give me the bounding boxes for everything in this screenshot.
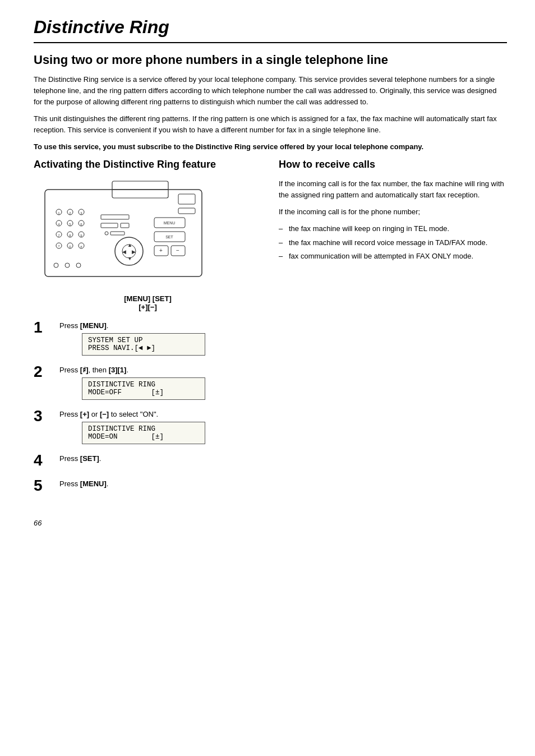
step-4-text: Press [SET].	[59, 454, 262, 463]
right-column: How to receive calls If the incoming cal…	[279, 158, 507, 502]
fax-label-line2: [+][−]	[34, 303, 262, 311]
svg-text:4: 4	[58, 222, 60, 225]
bullet-dash-3: –	[279, 251, 285, 262]
step-2-number: 2	[34, 363, 54, 381]
fax-illustration: 1 2 3 4 5 6 7 8 9 *	[39, 178, 207, 292]
step-1-lcd: SYSTEM SET UP PRESS NAVI.[◄ ►]	[82, 333, 205, 356]
svg-rect-4	[178, 208, 195, 214]
svg-text:3: 3	[80, 211, 82, 214]
step-4-content: Press [SET].	[59, 452, 262, 466]
svg-text:◀: ◀	[122, 249, 126, 255]
bullet-list: – the fax machine will keep on ringing i…	[279, 223, 507, 262]
svg-text:6: 6	[80, 222, 82, 225]
bullet-item-2: – the fax machine will record voice mess…	[279, 237, 507, 248]
bullet-text-2: the fax machine will record voice messag…	[289, 237, 487, 248]
bullet-item-3: – fax communication will be attempted in…	[279, 251, 507, 262]
svg-text:#: #	[80, 245, 82, 248]
steps-container: 1 Press [MENU]. SYSTEM SET UP PRESS NAVI…	[34, 319, 262, 495]
step-3-lcd: DISTINCTIVE RING MODE=ON [±]	[82, 422, 205, 444]
step-3-text: Press [+] or [−] to select "ON".	[59, 410, 262, 418]
intro-para-3: To use this service, you must subscribe …	[34, 141, 507, 153]
step-2-text: Press [♯], then [3][1].	[59, 366, 262, 374]
svg-point-31	[76, 263, 81, 268]
svg-text:1: 1	[58, 211, 60, 214]
svg-text:8: 8	[69, 233, 71, 237]
step-1: 1 Press [MENU]. SYSTEM SET UP PRESS NAVI…	[34, 319, 262, 356]
svg-text:−: −	[176, 247, 179, 253]
step-5-text: Press [MENU].	[59, 480, 262, 488]
svg-point-35	[105, 232, 108, 235]
svg-text:7: 7	[58, 233, 60, 237]
svg-text:SET: SET	[165, 235, 173, 239]
step-2: 2 Press [♯], then [3][1]. DISTINCTIVE RI…	[34, 363, 262, 400]
svg-text:▶: ▶	[132, 249, 136, 255]
svg-text:▲: ▲	[127, 242, 132, 248]
step-2-content: Press [♯], then [3][1]. DISTINCTIVE RING…	[59, 363, 262, 400]
svg-text:9: 9	[80, 233, 82, 237]
bullet-text-3: fax communication will be attempted in F…	[289, 251, 473, 262]
left-section-title: Activating the Distinctive Ring feature	[34, 158, 262, 171]
left-column: Activating the Distinctive Ring feature …	[34, 158, 262, 502]
svg-rect-3	[178, 194, 195, 204]
intro-para-2: This unit distinguishes the different ri…	[34, 113, 507, 136]
step-1-number: 1	[34, 319, 54, 336]
step-1-text: Press [MENU].	[59, 321, 262, 330]
bullet-text-1: the fax machine will keep on ringing in …	[289, 223, 449, 234]
svg-text:0: 0	[69, 245, 71, 248]
svg-rect-33	[101, 223, 118, 228]
svg-rect-34	[121, 223, 129, 228]
svg-text:+: +	[159, 247, 163, 253]
step-4-number: 4	[34, 452, 54, 469]
step-3: 3 Press [+] or [−] to select "ON". DISTI…	[34, 408, 262, 444]
step-3-number: 3	[34, 408, 54, 425]
bullet-dash-1: –	[279, 223, 285, 234]
bullet-item-1: – the fax machine will keep on ringing i…	[279, 223, 507, 234]
svg-text:5: 5	[69, 222, 71, 225]
svg-rect-36	[110, 232, 124, 235]
right-intro: If the incoming call is for the fax numb…	[279, 178, 507, 201]
page-title: Distinctive Ring	[34, 17, 507, 43]
step-5-number: 5	[34, 477, 54, 495]
svg-text:*: *	[58, 244, 60, 248]
step-2-lcd: DISTINCTIVE RING MODE=OFF [±]	[82, 377, 205, 400]
step-3-content: Press [+] or [−] to select "ON". DISTINC…	[59, 408, 262, 444]
svg-rect-32	[101, 215, 129, 219]
step-4: 4 Press [SET].	[34, 452, 262, 469]
intro-para-1: The Distinctive Ring service is a servic…	[34, 74, 507, 108]
svg-point-29	[54, 263, 58, 268]
svg-text:2: 2	[69, 211, 71, 214]
svg-text:MENU: MENU	[164, 221, 176, 225]
step-1-content: Press [MENU]. SYSTEM SET UP PRESS NAVI.[…	[59, 319, 262, 356]
right-section-title: How to receive calls	[279, 158, 507, 171]
svg-point-30	[65, 263, 70, 268]
page-number: 66	[34, 519, 507, 527]
step-5: 5 Press [MENU].	[34, 477, 262, 495]
step-5-content: Press [MENU].	[59, 477, 262, 491]
right-phone-intro: If the incoming call is for the phone nu…	[279, 206, 507, 218]
svg-text:▼: ▼	[127, 256, 132, 261]
bullet-dash-2: –	[279, 237, 285, 248]
fax-label-line1: [MENU] [SET]	[34, 294, 262, 303]
main-heading: Using two or more phone numbers in a sin…	[34, 52, 507, 68]
